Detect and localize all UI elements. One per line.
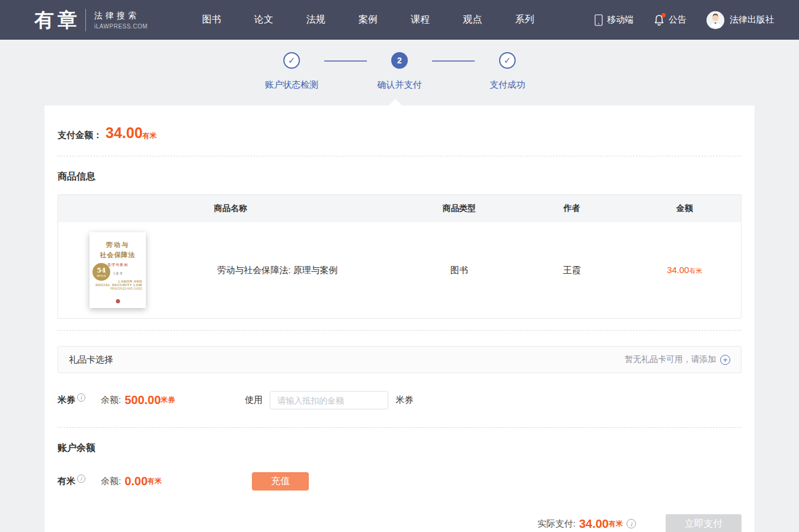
divider (57, 330, 742, 331)
coupon-balance-label: 余额: (101, 395, 121, 406)
actual-pay-value: 34.00 (579, 517, 609, 531)
publisher-logo-mark (116, 299, 120, 303)
card-notch (389, 99, 402, 105)
notice-link[interactable]: 公告 (654, 14, 686, 26)
book-cover-author: 王霞 著 (113, 271, 122, 275)
book-cover-title: 劳动与 (106, 241, 129, 249)
step-label: 账户状态检测 (265, 79, 318, 91)
logo-wordmark: 有章 (34, 10, 81, 30)
payment-amount-unit: 有米 (143, 131, 157, 141)
nav-item-books[interactable]: 图书 (202, 14, 221, 26)
book-cover-english-title: LABOR AND SOCIAL SECURITY LAW PRINCIPLES… (95, 280, 142, 290)
account-balance-row: 有米 i 余额: 0.00 有米 充值 (57, 472, 742, 491)
nav-item-cases[interactable]: 案例 (359, 14, 378, 26)
product-price: 34.00有米 (628, 265, 741, 275)
coupon-balance-unit: 米券 (161, 395, 175, 405)
notification-dot (661, 13, 666, 17)
logo-tagline: 法律搜索 (94, 11, 148, 21)
use-label: 使用 (245, 395, 263, 406)
book-cover-subtitle: 原理与案例 (107, 262, 128, 268)
step-pay-success: ✓ 支付成功 (475, 52, 540, 91)
payment-amount-row: 支付金额： 34.00 有米 (57, 118, 742, 156)
youmi-balance-unit: 有米 (148, 476, 162, 486)
payment-amount-label: 支付金额： (57, 130, 102, 141)
logo-site-url: iLAWPRESS.COM (94, 23, 148, 30)
checkout-row: 实际支付: 34.00 有米 i 立即支付 (57, 514, 742, 532)
coupon-row: 米券 i 余额: 500.00 米券 使用 米券 (57, 391, 742, 427)
mobile-link[interactable]: 移动端 (595, 14, 634, 26)
coupon-balance-value: 500.00 (124, 393, 161, 407)
recharge-button[interactable]: 充值 (252, 472, 309, 491)
product-author: 王霞 (516, 265, 628, 276)
account-balance-title: 账户余额 (57, 428, 742, 454)
input-suffix-label: 米券 (395, 395, 413, 406)
mobile-link-label: 移动端 (607, 14, 634, 25)
user-account[interactable]: 法律出版社 (707, 11, 774, 29)
col-header-price: 金额 (628, 203, 741, 214)
youmi-label: 有米 (57, 476, 75, 487)
youmi-balance-value: 0.00 (124, 475, 148, 488)
notice-link-label: 公告 (669, 14, 686, 25)
add-gift-card-icon[interactable]: + (720, 355, 730, 365)
site-logo[interactable]: 有章 法律搜索 iLAWPRESS.COM (34, 9, 148, 31)
table-row: 劳动与 社会保障法 原理与案例 王霞 著 54 课学社版 LABOR AND S… (58, 222, 741, 318)
product-info-title: 商品信息 (57, 156, 742, 183)
product-type: 图书 (403, 265, 516, 276)
actual-pay-label: 实际支付: (538, 518, 576, 530)
payment-amount-value: 34.00 (106, 124, 143, 142)
book-cover-badge: 54 课学社版 (92, 263, 110, 281)
book-cover-image[interactable]: 劳动与 社会保障法 原理与案例 王霞 著 54 课学社版 LABOR AND S… (90, 232, 146, 308)
top-nav-bar: 有章 法律搜索 iLAWPRESS.COM 图书 论文 法规 案例 课程 观点 … (0, 0, 799, 40)
actual-pay-info-icon[interactable]: i (627, 519, 636, 528)
step-connector (324, 60, 367, 62)
col-header-author: 作者 (516, 203, 628, 214)
step-connector (432, 60, 475, 62)
main-nav: 图书 论文 法规 案例 课程 观点 系列 (186, 14, 551, 26)
user-avatar (707, 11, 724, 29)
mobile-phone-icon (595, 14, 603, 26)
gift-card-label: 礼品卡选择 (69, 354, 113, 366)
nav-item-regulations[interactable]: 法规 (306, 14, 325, 26)
actual-pay-unit: 有米 (609, 519, 623, 529)
gift-card-selector[interactable]: 礼品卡选择 暂无礼品卡可用，请添加 + (57, 346, 742, 373)
product-title[interactable]: 劳动与社会保障法: 原理与案例 (146, 265, 403, 276)
bell-icon (654, 14, 664, 26)
gift-card-empty-text: 暂无礼品卡可用，请添加 (625, 354, 716, 365)
col-header-name: 商品名称 (58, 203, 403, 214)
nav-item-viewpoints[interactable]: 观点 (463, 14, 482, 26)
checkout-steps: ✓ 账户状态检测 2 确认并支付 ✓ 支付成功 (0, 40, 799, 105)
deduct-amount-input[interactable] (270, 391, 388, 409)
step-number: 2 (391, 52, 408, 69)
payment-card: 支付金额： 34.00 有米 商品信息 商品名称 商品类型 作者 金额 劳动与 … (44, 105, 755, 532)
user-name-label: 法律出版社 (730, 14, 774, 25)
youmi-info-icon[interactable]: i (77, 475, 85, 483)
logo-divider (85, 9, 86, 31)
pay-now-button[interactable]: 立即支付 (666, 514, 742, 532)
step-label: 确认并支付 (378, 79, 422, 91)
product-table-header: 商品名称 商品类型 作者 金额 (58, 195, 741, 222)
youmi-balance-label: 余额: (101, 476, 121, 487)
nav-item-papers[interactable]: 论文 (254, 14, 273, 26)
col-header-type: 商品类型 (403, 203, 516, 214)
coupon-info-icon[interactable]: i (77, 393, 85, 402)
coupon-label: 米券 (57, 395, 75, 406)
step-confirm-pay: 2 确认并支付 (367, 52, 432, 91)
step-label: 支付成功 (490, 79, 525, 91)
nav-item-courses[interactable]: 课程 (411, 14, 430, 26)
product-table: 商品名称 商品类型 作者 金额 劳动与 社会保障法 原理与案例 王霞 著 54 … (57, 194, 742, 319)
nav-item-series[interactable]: 系列 (515, 14, 534, 26)
step-account-check: ✓ 账户状态检测 (259, 52, 324, 91)
step-done-icon: ✓ (499, 52, 516, 69)
step-done-icon: ✓ (283, 52, 300, 69)
